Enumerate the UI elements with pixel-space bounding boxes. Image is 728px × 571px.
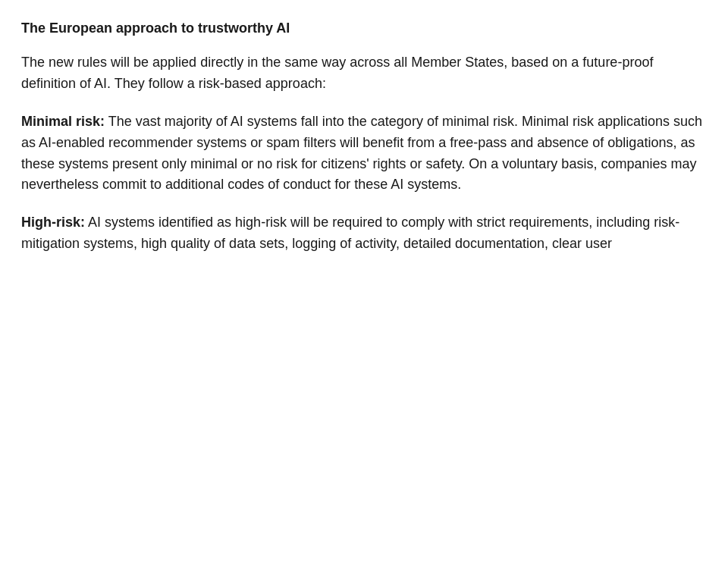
minimal-risk-label: Minimal risk: bbox=[21, 114, 105, 129]
article-paragraph-high-risk: High-risk: AI systems identified as high… bbox=[21, 212, 707, 255]
article-intro: The new rules will be applied directly i… bbox=[21, 52, 707, 95]
high-risk-label: High-risk: bbox=[21, 215, 85, 230]
article-heading: The European approach to trustworthy AI bbox=[21, 18, 707, 39]
article-paragraph-minimal-risk: Minimal risk: The vast majority of AI sy… bbox=[21, 111, 707, 196]
minimal-risk-text: The vast majority of AI systems fall int… bbox=[21, 114, 702, 193]
high-risk-text: AI systems identified as high-risk will … bbox=[21, 215, 679, 251]
